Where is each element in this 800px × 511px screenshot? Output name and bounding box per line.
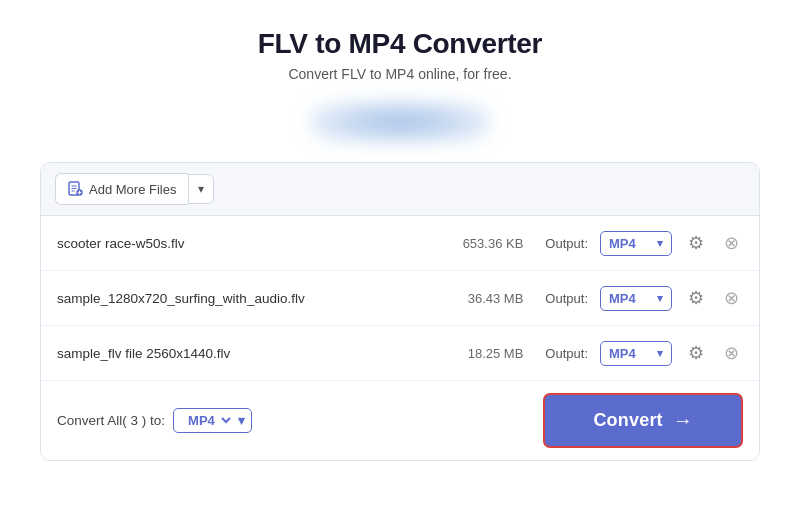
convert-all-text: Convert All( 3 ) to:	[57, 413, 165, 428]
gear-icon: ⚙	[688, 287, 704, 309]
file-size: 18.25 MB	[448, 346, 523, 361]
toolbar: Add More Files ▾	[41, 163, 759, 216]
format-select-input[interactable]: MP4 AVI MOV	[609, 291, 639, 306]
chevron-down-icon: ▾	[238, 413, 245, 428]
format-select-input[interactable]: MP4 AVI MOV	[609, 346, 639, 361]
arrow-right-icon: →	[673, 409, 693, 432]
gear-icon: ⚙	[688, 232, 704, 254]
convert-all-format-input[interactable]: MP4 AVI MOV	[184, 412, 234, 429]
file-row: sample_1280x720_surfing_with_audio.flv 3…	[41, 271, 759, 326]
convert-all-format-selector[interactable]: MP4 AVI MOV ▾	[173, 408, 252, 433]
format-selector[interactable]: MP4 AVI MOV ▾	[600, 341, 672, 366]
dropdown-chevron-icon: ▾	[198, 182, 204, 196]
output-label: Output:	[545, 346, 588, 361]
settings-button[interactable]: ⚙	[684, 285, 708, 311]
main-panel: Add More Files ▾ scooter race-w50s.flv 6…	[40, 162, 760, 461]
blurred-banner	[310, 100, 490, 144]
page-subtitle: Convert FLV to MP4 online, for free.	[288, 66, 511, 82]
bottom-bar: Convert All( 3 ) to: MP4 AVI MOV ▾ Conve…	[41, 381, 759, 460]
chevron-down-icon: ▾	[657, 347, 663, 360]
close-circle-icon: ⊗	[724, 232, 739, 254]
file-size: 36.43 MB	[448, 291, 523, 306]
file-name: sample_1280x720_surfing_with_audio.flv	[57, 291, 436, 306]
page-wrapper: FLV to MP4 Converter Convert FLV to MP4 …	[0, 0, 800, 481]
file-row: scooter race-w50s.flv 653.36 KB Output: …	[41, 216, 759, 271]
add-more-label: Add More Files	[89, 182, 176, 197]
add-file-icon	[68, 181, 83, 197]
file-name: scooter race-w50s.flv	[57, 236, 436, 251]
output-label: Output:	[545, 291, 588, 306]
settings-button[interactable]: ⚙	[684, 230, 708, 256]
chevron-down-icon: ▾	[657, 292, 663, 305]
output-label: Output:	[545, 236, 588, 251]
convert-button-label: Convert	[593, 410, 662, 431]
file-name: sample_flv file 2560x1440.flv	[57, 346, 436, 361]
format-selector[interactable]: MP4 AVI MOV ▾	[600, 286, 672, 311]
remove-file-button[interactable]: ⊗	[720, 230, 743, 256]
gear-icon: ⚙	[688, 342, 704, 364]
remove-file-button[interactable]: ⊗	[720, 285, 743, 311]
convert-all-section: Convert All( 3 ) to: MP4 AVI MOV ▾	[57, 408, 252, 433]
settings-button[interactable]: ⚙	[684, 340, 708, 366]
add-more-dropdown-button[interactable]: ▾	[188, 174, 214, 204]
close-circle-icon: ⊗	[724, 342, 739, 364]
format-select-input[interactable]: MP4 AVI MOV	[609, 236, 639, 251]
add-more-files-button[interactable]: Add More Files	[55, 173, 188, 205]
file-row: sample_flv file 2560x1440.flv 18.25 MB O…	[41, 326, 759, 381]
format-selector[interactable]: MP4 AVI MOV ▾	[600, 231, 672, 256]
convert-button[interactable]: Convert →	[543, 393, 743, 448]
remove-file-button[interactable]: ⊗	[720, 340, 743, 366]
chevron-down-icon: ▾	[657, 237, 663, 250]
file-size: 653.36 KB	[448, 236, 523, 251]
close-circle-icon: ⊗	[724, 287, 739, 309]
page-title: FLV to MP4 Converter	[258, 28, 542, 60]
